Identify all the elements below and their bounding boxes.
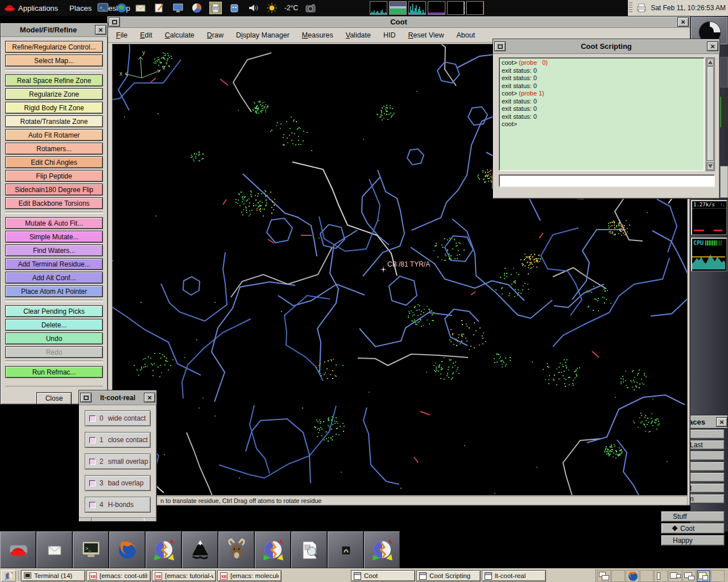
applet-grip[interactable] [629,2,632,14]
workspace-cell-empty[interactable] [611,570,625,582]
scripting-input[interactable] [499,174,715,187]
dock-gnu-icon[interactable] [218,531,254,568]
workspace-cell-empty[interactable] [711,570,725,582]
panel-menu-places[interactable]: Places [69,4,92,13]
add-alt-conf-button[interactable]: Add Alt Conf... [5,272,103,284]
printer-applet-icon[interactable] [635,2,648,14]
workspace-cell-empty[interactable] [640,570,653,582]
dock-document-viewer-icon[interactable] [291,531,327,568]
rigid-body-fit-zone-button[interactable]: Rigid Body Fit Zone [5,102,103,114]
coot-titlebar[interactable]: Coot × [107,16,690,28]
redo-button[interactable]: Redo [5,346,103,358]
edit-backbone-torsions-button[interactable]: Edit Backbone Torsions [5,197,103,209]
ltcoot-titlebar[interactable]: lt-coot-real × [79,390,156,405]
dock-coot-icon[interactable] [364,531,400,568]
checkbox[interactable] [89,459,96,465]
pie-chart-icon[interactable] [191,2,203,14]
resize-handle[interactable] [79,517,156,521]
task-button-emacs-molecule[interactable]: XE[emacs: molecule-... [217,570,282,581]
weather-sun-icon[interactable] [266,2,278,14]
regularize-zone-button[interactable]: Regularize Zone [5,88,103,100]
task-button-lt-coot-real[interactable]: lt-coot-real [482,570,546,581]
task-button-coot[interactable]: Coot [351,570,415,581]
close-icon[interactable]: × [677,17,689,27]
auto-fit-rotamer-button[interactable]: Auto Fit Rotamer [5,129,103,141]
menu-calculate[interactable]: Calculate [159,31,201,39]
rotate-translate-zone-button[interactable]: Rotate/Translate Zone [5,115,103,127]
refine-regularize-control-button[interactable]: Refine/Regularize Control... [5,41,103,53]
task-button-emacs-tutorial-wi[interactable]: XE[emacs: tutorial-wi... [152,570,216,581]
mfr-titlebar[interactable]: Model/Fit/Refine × [1,23,107,37]
dock-small-app-icon[interactable] [328,531,363,568]
run-refmac-button[interactable]: Run Refmac... [5,366,103,378]
checkbox[interactable] [89,502,96,508]
sidechain180-degree-flip-button[interactable]: Sidechain180 Degree Flip [5,184,103,196]
workspace-cell-active[interactable] [697,570,710,582]
dock-mail-icon[interactable] [36,531,72,568]
places-item-stuff[interactable]: Stuff [661,511,725,522]
checkbox[interactable] [89,480,96,487]
close-icon[interactable]: × [144,393,155,402]
contact-toggle-bad-overlap[interactable]: 3bad overlap [85,475,151,491]
window-menu-icon[interactable] [109,17,120,27]
select-map-button[interactable]: Select Map... [5,55,103,66]
panel-menu-applications[interactable]: Applications [18,4,58,13]
dock-terminal-icon[interactable]: >_ [73,531,109,568]
task-button-emacs-coot-utils[interactable]: XE[emacs: coot-utils.... [86,570,151,581]
dock-coot-icon[interactable] [255,531,291,568]
contact-toggle-close-contact[interactable]: 1close contact [85,432,151,448]
workspace-cell-firefox[interactable] [626,570,639,582]
places-item-happy[interactable]: Happy [661,535,725,546]
contact-toggle-small-overlap[interactable]: 2small overlap [85,454,151,469]
rotamers-button[interactable]: Rotamers... [5,143,103,155]
dock-sliver-icon[interactable] [720,57,728,88]
menu-draw[interactable]: Draw [201,31,230,39]
window-menu-icon[interactable] [494,41,506,51]
scripting-titlebar[interactable]: Coot Scripting × [493,39,719,54]
mail-icon[interactable] [134,2,147,14]
task-button-coot-scripting[interactable]: Coot Scripting [416,570,481,581]
workspace-cell-overlap[interactable] [682,570,696,582]
close-button[interactable]: Close [36,392,72,405]
dock-coot-icon[interactable] [146,531,181,568]
coot-mini-icon[interactable] [1,570,16,581]
close-icon[interactable]: × [716,417,727,427]
find-waters-button[interactable]: Find Waters... [5,244,103,256]
place-atom-at-pointer-button[interactable]: Place Atom At Pointer [5,285,103,297]
console-scrollbar[interactable] [706,57,715,171]
contact-toggle-wide-contact[interactable]: 0wide contact [85,410,151,426]
scrollbar-thumb[interactable] [707,66,714,161]
display-icon[interactable] [172,2,184,14]
dock-inkscape-icon[interactable] [182,531,218,568]
web-browser-icon[interactable] [115,2,128,14]
workspace-cell-windows[interactable] [597,570,611,582]
screenshot-camera-icon[interactable] [304,2,317,14]
write-document-icon[interactable] [153,2,166,14]
menu-measures[interactable]: Measures [296,31,340,39]
dock-redhat-icon[interactable] [0,531,36,568]
scroll-up-icon[interactable] [707,59,714,66]
window-menu-icon[interactable] [80,393,92,402]
simple-mutate-button[interactable]: Simple Mutate... [5,231,103,243]
workspace-cell-small[interactable] [654,570,668,582]
menu-file[interactable]: File [110,31,134,39]
delete-button[interactable]: Delete... [5,319,103,331]
menu-edit[interactable]: Edit [134,31,159,39]
scroll-down-icon[interactable] [707,163,714,170]
add-terminal-residue-button[interactable]: Add Terminal Residue... [5,258,103,270]
terminal-icon[interactable]: >_ [97,2,109,14]
printer-icon[interactable] [209,2,222,14]
menu-display-manager[interactable]: Display Manager [230,31,296,39]
dock-firefox-icon[interactable] [109,531,145,568]
dock-sliver-icon[interactable] [720,97,728,127]
volume-icon[interactable] [247,2,259,14]
flip-peptide-button[interactable]: Flip Peptide [5,170,103,182]
places-item-coot[interactable]: Coot [661,523,725,534]
menu-about[interactable]: About [450,31,482,39]
workspace-cell-two[interactable] [668,570,682,582]
real-space-refine-zone-button[interactable]: Real Space Refine Zone [5,74,103,86]
contact-toggle-h-bonds[interactable]: 4H-bonds [85,497,151,513]
clear-pending-picks-button[interactable]: Clear Pending Picks [5,305,103,317]
edit-chi-angles-button[interactable]: Edit Chi Angles [5,156,103,168]
redhat-menu-icon[interactable] [3,2,16,16]
